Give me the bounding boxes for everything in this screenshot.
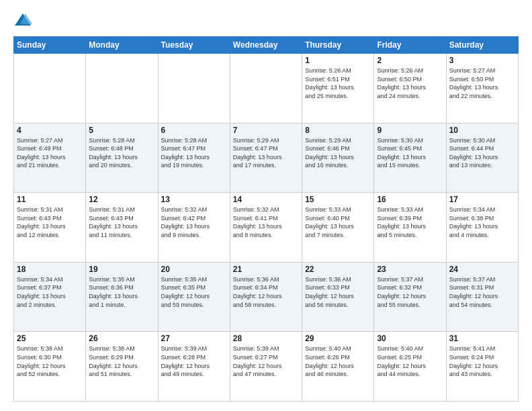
day-info: Sunrise: 5:28 AM Sunset: 6:47 PM Dayligh…	[161, 136, 227, 170]
logo	[13, 11, 35, 30]
day-info: Sunrise: 5:36 AM Sunset: 6:34 PM Dayligh…	[233, 275, 299, 309]
day-info: Sunrise: 5:33 AM Sunset: 6:39 PM Dayligh…	[377, 205, 443, 239]
day-info: Sunrise: 5:31 AM Sunset: 6:43 PM Dayligh…	[89, 205, 154, 239]
calendar-body: 1Sunrise: 5:26 AM Sunset: 6:51 PM Daylig…	[14, 54, 519, 402]
calendar-header: SundayMondayTuesdayWednesdayThursdayFrid…	[14, 37, 519, 54]
calendar: SundayMondayTuesdayWednesdayThursdayFrid…	[13, 36, 519, 402]
day-info: Sunrise: 5:37 AM Sunset: 6:32 PM Dayligh…	[377, 275, 443, 309]
calendar-cell: 5Sunrise: 5:28 AM Sunset: 6:48 PM Daylig…	[86, 123, 158, 193]
day-number: 16	[377, 195, 443, 204]
day-number: 15	[305, 195, 371, 204]
calendar-cell: 23Sunrise: 5:37 AM Sunset: 6:32 PM Dayli…	[374, 262, 446, 332]
day-header-tuesday: Tuesday	[158, 37, 230, 54]
day-info: Sunrise: 5:26 AM Sunset: 6:51 PM Dayligh…	[305, 66, 371, 100]
day-info: Sunrise: 5:37 AM Sunset: 6:31 PM Dayligh…	[449, 275, 515, 309]
day-header-thursday: Thursday	[302, 37, 374, 54]
week-row-4: 18Sunrise: 5:34 AM Sunset: 6:37 PM Dayli…	[14, 262, 519, 332]
day-info: Sunrise: 5:41 AM Sunset: 6:24 PM Dayligh…	[449, 345, 515, 378]
day-info: Sunrise: 5:34 AM Sunset: 6:37 PM Dayligh…	[17, 275, 83, 309]
calendar-cell: 16Sunrise: 5:33 AM Sunset: 6:39 PM Dayli…	[374, 193, 446, 263]
day-number: 22	[305, 265, 371, 274]
day-number: 4	[17, 126, 83, 135]
calendar-cell: 25Sunrise: 5:38 AM Sunset: 6:30 PM Dayli…	[14, 332, 86, 402]
day-info: Sunrise: 5:27 AM Sunset: 6:49 PM Dayligh…	[17, 136, 83, 170]
day-number: 5	[89, 126, 154, 135]
day-info: Sunrise: 5:32 AM Sunset: 6:42 PM Dayligh…	[161, 205, 227, 239]
day-info: Sunrise: 5:32 AM Sunset: 6:41 PM Dayligh…	[233, 205, 299, 239]
day-number: 6	[161, 126, 227, 135]
day-info: Sunrise: 5:40 AM Sunset: 6:26 PM Dayligh…	[305, 345, 371, 378]
day-info: Sunrise: 5:34 AM Sunset: 6:38 PM Dayligh…	[449, 205, 515, 239]
day-info: Sunrise: 5:28 AM Sunset: 6:48 PM Dayligh…	[89, 136, 154, 170]
calendar-cell: 11Sunrise: 5:31 AM Sunset: 6:43 PM Dayli…	[14, 193, 86, 263]
page: SundayMondayTuesdayWednesdayThursdayFrid…	[0, 0, 532, 411]
calendar-cell: 12Sunrise: 5:31 AM Sunset: 6:43 PM Dayli…	[86, 193, 158, 263]
day-number: 27	[161, 334, 227, 343]
day-number: 21	[233, 265, 299, 274]
day-number: 10	[449, 126, 515, 135]
day-number: 13	[161, 195, 227, 204]
day-header-wednesday: Wednesday	[230, 37, 302, 54]
day-info: Sunrise: 5:29 AM Sunset: 6:46 PM Dayligh…	[305, 136, 371, 170]
day-info: Sunrise: 5:40 AM Sunset: 6:25 PM Dayligh…	[377, 345, 443, 378]
calendar-cell: 6Sunrise: 5:28 AM Sunset: 6:47 PM Daylig…	[158, 123, 230, 193]
day-info: Sunrise: 5:30 AM Sunset: 6:44 PM Dayligh…	[449, 136, 515, 170]
week-row-3: 11Sunrise: 5:31 AM Sunset: 6:43 PM Dayli…	[14, 193, 519, 263]
calendar-cell: 7Sunrise: 5:29 AM Sunset: 6:47 PM Daylig…	[230, 123, 302, 193]
calendar-cell: 27Sunrise: 5:39 AM Sunset: 6:28 PM Dayli…	[158, 332, 230, 402]
day-header-sunday: Sunday	[14, 37, 86, 54]
day-info: Sunrise: 5:36 AM Sunset: 6:33 PM Dayligh…	[305, 275, 371, 309]
day-number: 30	[377, 334, 443, 343]
week-row-2: 4Sunrise: 5:27 AM Sunset: 6:49 PM Daylig…	[14, 123, 519, 193]
calendar-cell: 13Sunrise: 5:32 AM Sunset: 6:42 PM Dayli…	[158, 193, 230, 263]
calendar-cell: 26Sunrise: 5:38 AM Sunset: 6:29 PM Dayli…	[86, 332, 158, 402]
week-row-1: 1Sunrise: 5:26 AM Sunset: 6:51 PM Daylig…	[14, 54, 519, 124]
day-info: Sunrise: 5:27 AM Sunset: 6:50 PM Dayligh…	[449, 66, 515, 100]
day-number: 23	[377, 265, 443, 274]
calendar-cell: 1Sunrise: 5:26 AM Sunset: 6:51 PM Daylig…	[302, 54, 374, 124]
calendar-cell: 17Sunrise: 5:34 AM Sunset: 6:38 PM Dayli…	[446, 193, 518, 263]
calendar-cell: 29Sunrise: 5:40 AM Sunset: 6:26 PM Dayli…	[302, 332, 374, 402]
day-info: Sunrise: 5:35 AM Sunset: 6:35 PM Dayligh…	[161, 275, 227, 309]
day-number: 31	[449, 334, 515, 343]
calendar-cell	[230, 54, 302, 124]
day-number: 19	[89, 265, 154, 274]
calendar-cell: 19Sunrise: 5:35 AM Sunset: 6:36 PM Dayli…	[86, 262, 158, 332]
calendar-cell	[14, 54, 86, 124]
day-number: 12	[89, 195, 154, 204]
day-number: 25	[17, 334, 83, 343]
day-number: 9	[377, 126, 443, 135]
day-number: 18	[17, 265, 83, 274]
calendar-cell: 30Sunrise: 5:40 AM Sunset: 6:25 PM Dayli…	[374, 332, 446, 402]
day-number: 7	[233, 126, 299, 135]
day-number: 24	[449, 265, 515, 274]
day-number: 17	[449, 195, 515, 204]
day-header-friday: Friday	[374, 37, 446, 54]
calendar-cell: 9Sunrise: 5:30 AM Sunset: 6:45 PM Daylig…	[374, 123, 446, 193]
day-number: 28	[233, 334, 299, 343]
calendar-cell: 22Sunrise: 5:36 AM Sunset: 6:33 PM Dayli…	[302, 262, 374, 332]
day-number: 26	[89, 334, 154, 343]
calendar-cell: 2Sunrise: 5:26 AM Sunset: 6:50 PM Daylig…	[374, 54, 446, 124]
calendar-cell	[86, 54, 158, 124]
calendar-cell	[158, 54, 230, 124]
logo-icon	[13, 11, 32, 30]
calendar-cell: 14Sunrise: 5:32 AM Sunset: 6:41 PM Dayli…	[230, 193, 302, 263]
day-info: Sunrise: 5:30 AM Sunset: 6:45 PM Dayligh…	[377, 136, 443, 170]
day-header-saturday: Saturday	[446, 37, 518, 54]
calendar-cell: 18Sunrise: 5:34 AM Sunset: 6:37 PM Dayli…	[14, 262, 86, 332]
calendar-cell: 28Sunrise: 5:39 AM Sunset: 6:27 PM Dayli…	[230, 332, 302, 402]
day-info: Sunrise: 5:26 AM Sunset: 6:50 PM Dayligh…	[377, 66, 443, 100]
day-info: Sunrise: 5:33 AM Sunset: 6:40 PM Dayligh…	[305, 205, 371, 239]
day-info: Sunrise: 5:29 AM Sunset: 6:47 PM Dayligh…	[233, 136, 299, 170]
calendar-cell: 24Sunrise: 5:37 AM Sunset: 6:31 PM Dayli…	[446, 262, 518, 332]
day-number: 1	[305, 56, 371, 65]
day-number: 20	[161, 265, 227, 274]
calendar-cell: 31Sunrise: 5:41 AM Sunset: 6:24 PM Dayli…	[446, 332, 518, 402]
calendar-cell: 4Sunrise: 5:27 AM Sunset: 6:49 PM Daylig…	[14, 123, 86, 193]
calendar-cell: 10Sunrise: 5:30 AM Sunset: 6:44 PM Dayli…	[446, 123, 518, 193]
day-number: 29	[305, 334, 371, 343]
day-info: Sunrise: 5:35 AM Sunset: 6:36 PM Dayligh…	[89, 275, 154, 309]
header-row: SundayMondayTuesdayWednesdayThursdayFrid…	[14, 37, 519, 54]
calendar-cell: 15Sunrise: 5:33 AM Sunset: 6:40 PM Dayli…	[302, 193, 374, 263]
